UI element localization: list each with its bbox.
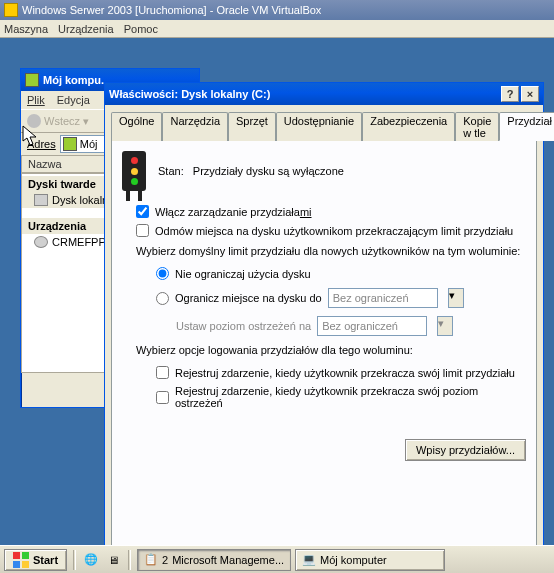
menu-plik[interactable]: Plik [27,94,45,106]
hard-disk-icon [34,194,48,206]
quicklaunch-desktop-icon[interactable]: 🖥 [104,551,122,569]
help-button[interactable]: ? [501,86,519,102]
taskbar-item-mycomputer[interactable]: 💻 Mój komputer [295,549,445,571]
radio-limit-to[interactable] [156,292,169,305]
virtualbox-title: Windows Serwer 2003 [Uruchomiona] - Orac… [22,4,321,16]
windows-logo-icon [13,552,29,568]
menu-pomoc[interactable]: Pomoc [124,23,158,35]
enable-quota-label: Włącz zarządzanie przydziałami [155,206,312,218]
taskbar-separator [128,550,131,570]
virtualbox-menubar: Maszyna Urządzenia Pomoc [0,20,554,38]
guest-desktop: Mój kompu... Plik Edycja Wstecz ▾ Adres … [0,38,554,573]
tab-kopie-w-tle[interactable]: Kopie w tle [455,112,499,141]
dropdown-arrow-icon: ▾ [83,115,89,128]
quota-entries-button[interactable]: Wpisy przydziałów... [405,439,526,461]
virtualbox-icon [4,3,18,17]
quota-panel: Stan: Przydziały dysku są wyłączone Włąc… [111,140,537,560]
my-computer-icon: 💻 [302,553,316,566]
traffic-light-icon [122,151,146,191]
menu-edycja[interactable]: Edycja [57,94,90,106]
menu-maszyna[interactable]: Maszyna [4,23,48,35]
log-limit-label: Rejestruj zdarzenie, kiedy użytkownik pr… [175,367,515,379]
explorer-title-text: Mój kompu... [43,74,110,86]
limit-value-input[interactable]: Bez ograniczeń [328,288,438,308]
virtualbox-titlebar[interactable]: Windows Serwer 2003 [Uruchomiona] - Orac… [0,0,554,20]
start-button[interactable]: Start [4,549,67,571]
limit-unit-combo[interactable]: ▾ [448,288,464,308]
tab-ogolne[interactable]: Ogólne [111,112,162,141]
back-button[interactable]: Wstecz ▾ [27,114,89,128]
log-limit-checkbox[interactable] [156,366,169,379]
enable-quota-checkbox[interactable] [136,205,149,218]
my-computer-icon [63,137,77,151]
taskbar-separator [73,550,76,570]
log-warn-checkbox[interactable] [156,391,169,404]
cd-drive-icon [34,236,48,248]
quicklaunch-ie-icon[interactable]: 🌐 [82,551,100,569]
radio-no-limit[interactable] [156,267,169,280]
address-label: Adres [27,138,56,150]
radio-no-limit-label: Nie ograniczaj użycia dysku [175,268,311,280]
tab-strip: Ogólne Narzędzia Sprzęt Udostępnianie Za… [105,105,543,140]
tab-zabezpieczenia[interactable]: Zabezpieczenia [362,112,455,141]
warning-value-input[interactable]: Bez ograniczeń [317,316,427,336]
warning-level-label: Ustaw poziom ostrzeżeń na [176,320,311,332]
warning-unit-combo[interactable]: ▾ [437,316,453,336]
deny-disk-checkbox[interactable] [136,224,149,237]
properties-titlebar[interactable]: Właściwości: Dysk lokalny (C:) ? × [105,83,543,105]
my-computer-icon [25,73,39,87]
tab-udostepnianie[interactable]: Udostępnianie [276,112,362,141]
tab-przydzial[interactable]: Przydział [499,112,554,141]
tab-narzedzia[interactable]: Narzędzia [162,112,228,141]
tab-sprzet[interactable]: Sprzęt [228,112,276,141]
status-value: Przydziały dysku są wyłączone [193,165,344,177]
properties-title: Właściwości: Dysk lokalny (C:) [109,88,499,100]
back-arrow-icon [27,114,41,128]
status-label: Stan: [158,165,184,177]
close-button[interactable]: × [521,86,539,102]
taskbar: Start 🌐 🖥 📋 2 Microsoft Manageme... 💻 Mó… [0,545,554,573]
mmc-icon: 📋 [144,553,158,566]
taskbar-item-mmc[interactable]: 📋 2 Microsoft Manageme... [137,549,291,571]
menu-urzadzenia[interactable]: Urządzenia [58,23,114,35]
radio-limit-to-label: Ogranicz miejsce na dysku do [175,292,322,304]
logging-desc: Wybierz opcje logowania przydziałów dla … [136,344,526,356]
default-limit-desc: Wybierz domyślny limit przydziału dla no… [136,245,526,257]
log-warn-label: Rejestruj zdarzenie, kiedy użytkownik pr… [175,385,526,409]
deny-disk-label: Odmów miejsca na dysku użytkownikom prze… [155,225,513,237]
properties-dialog: Właściwości: Dysk lokalny (C:) ? × Ogóln… [104,82,544,552]
